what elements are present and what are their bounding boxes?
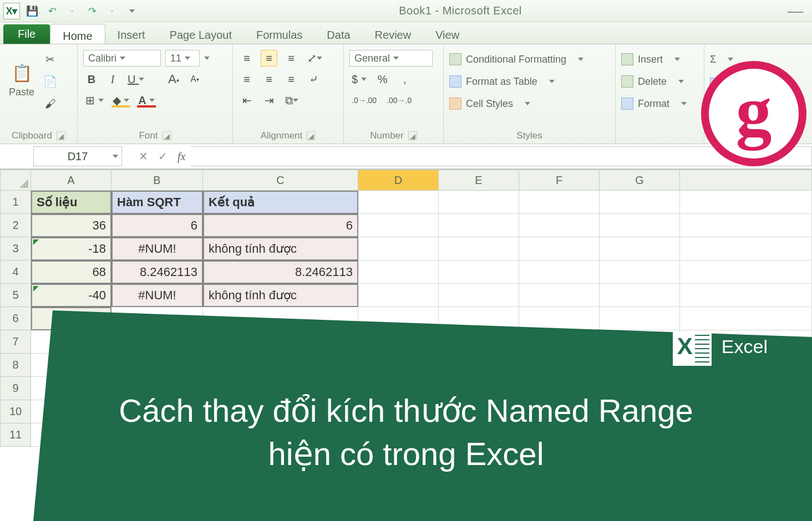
tab-review[interactable]: Review <box>363 22 424 44</box>
cell-B3[interactable]: #NUM! <box>111 237 203 260</box>
format-painter-icon[interactable]: 🖌 <box>41 95 59 112</box>
row-header-5[interactable]: 5 <box>0 284 31 307</box>
cell-D4[interactable] <box>358 260 439 284</box>
align-right-icon[interactable]: ≡ <box>283 71 300 88</box>
tab-data[interactable]: Data <box>314 22 362 44</box>
row-header-2[interactable]: 2 <box>0 214 31 237</box>
select-all-corner[interactable] <box>0 170 31 191</box>
wrap-text-icon[interactable]: ⤶ <box>305 71 322 88</box>
minimize-button[interactable]: — <box>782 2 809 20</box>
cell-E1[interactable] <box>439 191 519 214</box>
cell-rest-1[interactable] <box>680 191 812 214</box>
cell-styles-button[interactable]: Cell Styles <box>449 94 610 113</box>
cell-C5[interactable]: không tính được <box>203 284 358 307</box>
paste-button[interactable]: 📋 Paste <box>6 48 38 112</box>
cell-E4[interactable] <box>439 260 519 284</box>
row-header-11[interactable]: 11 <box>0 423 31 447</box>
align-left-icon[interactable]: ≡ <box>238 71 255 88</box>
borders-button[interactable]: ⊞ <box>83 92 106 109</box>
number-format-select[interactable]: General <box>349 50 433 67</box>
col-header-B[interactable]: B <box>111 170 203 191</box>
cell-rest-3[interactable] <box>680 237 812 260</box>
font-size-dd[interactable] <box>204 57 210 60</box>
col-header-E[interactable]: E <box>439 170 519 191</box>
clipboard-dialog-launcher[interactable]: ◢ <box>57 131 65 140</box>
decrease-indent-icon[interactable]: ⇤ <box>238 92 255 109</box>
cell-D1[interactable] <box>358 191 439 214</box>
cell-B4[interactable]: 8.2462113 <box>111 260 203 284</box>
font-dialog-launcher[interactable]: ◢ <box>163 131 171 140</box>
row-header-4[interactable]: 4 <box>0 260 31 284</box>
cell-B5[interactable]: #NUM! <box>111 284 203 307</box>
cell-G6[interactable] <box>600 307 680 330</box>
cell-F4[interactable] <box>519 260 600 284</box>
conditional-formatting-button[interactable]: Conditional Formatting <box>449 50 610 69</box>
orientation-icon[interactable]: ⤢ <box>305 50 324 67</box>
delete-cells-button[interactable]: Delete <box>621 72 698 91</box>
align-center-icon[interactable]: ≡ <box>261 71 277 88</box>
col-header-A[interactable]: A <box>31 170 111 191</box>
cell-B1[interactable]: Hàm SQRT <box>111 191 203 214</box>
name-box[interactable]: D17 <box>33 146 122 166</box>
col-header-C[interactable]: C <box>203 170 358 191</box>
cell-rest-2[interactable] <box>680 214 812 237</box>
format-as-table-button[interactable]: Format as Table <box>449 72 610 91</box>
merge-center-icon[interactable]: ⧉ <box>283 92 301 109</box>
cell-G5[interactable] <box>600 284 680 307</box>
cell-rest-5[interactable] <box>680 284 812 307</box>
cell-C4[interactable]: 8.2462113 <box>203 260 358 284</box>
copy-icon[interactable]: 📄 <box>41 73 59 90</box>
row-header-3[interactable]: 3 <box>0 237 31 260</box>
row-header-6[interactable]: 6 <box>0 307 31 330</box>
fx-button[interactable]: fx <box>177 150 185 163</box>
tab-insert[interactable]: Insert <box>105 22 158 44</box>
cell-E5[interactable] <box>439 284 519 307</box>
cell-G4[interactable] <box>600 260 680 284</box>
comma-format-button[interactable]: , <box>397 71 413 88</box>
fill-color-button[interactable]: ◆ <box>110 92 132 109</box>
cell-A3[interactable]: -18 <box>31 237 111 260</box>
number-dialog-launcher[interactable]: ◢ <box>408 131 417 140</box>
cell-D5[interactable] <box>358 284 439 307</box>
row-header-10[interactable]: 10 <box>0 400 31 423</box>
percent-format-button[interactable]: % <box>374 71 391 88</box>
cell-D3[interactable] <box>358 237 439 260</box>
cell-F3[interactable] <box>519 237 600 260</box>
excel-app-icon[interactable]: X▾ <box>3 3 20 19</box>
font-color-button[interactable]: A <box>136 92 157 109</box>
underline-button[interactable]: U <box>125 71 146 88</box>
row-header-8[interactable]: 8 <box>0 354 31 377</box>
enter-formula-icon[interactable]: ✓ <box>158 150 168 163</box>
increase-decimal-button[interactable]: .0→.00 <box>349 92 379 109</box>
decrease-decimal-button[interactable]: .00→.0 <box>384 92 414 109</box>
cell-G1[interactable] <box>600 191 680 214</box>
cell-C1[interactable]: Kết quả <box>203 191 358 214</box>
tab-page-layout[interactable]: Page Layout <box>158 22 244 44</box>
col-header-D[interactable]: D <box>358 170 439 191</box>
redo-icon[interactable]: ↷ <box>85 4 99 18</box>
font-name-select[interactable]: Calibri <box>83 50 161 67</box>
cell-A2[interactable]: 36 <box>31 214 111 237</box>
qat-customize-icon[interactable] <box>125 4 139 18</box>
col-header-G[interactable]: G <box>600 170 680 191</box>
shrink-font-button[interactable]: A▾ <box>186 71 203 88</box>
tab-formulas[interactable]: Formulas <box>244 22 314 44</box>
increase-indent-icon[interactable]: ⇥ <box>261 92 277 109</box>
cell-rest-6[interactable] <box>680 307 812 330</box>
tab-home[interactable]: Home <box>50 24 105 44</box>
align-middle-icon[interactable]: ≡ <box>261 50 277 67</box>
italic-button[interactable]: I <box>104 71 121 88</box>
bold-button[interactable]: B <box>83 71 100 88</box>
row-header-7[interactable]: 7 <box>0 330 31 354</box>
cell-A5[interactable]: -40 <box>31 284 111 307</box>
cell-B2[interactable]: 6 <box>111 214 203 237</box>
align-top-icon[interactable]: ≡ <box>238 50 255 67</box>
cell-C3[interactable]: không tính được <box>203 237 358 260</box>
cell-A1[interactable]: Số liệu <box>31 191 111 214</box>
cancel-formula-icon[interactable]: ✕ <box>139 150 148 163</box>
row-header-1[interactable]: 1 <box>0 191 31 214</box>
format-cells-button[interactable]: Format <box>621 94 698 113</box>
tab-file[interactable]: File <box>3 24 50 44</box>
row-header-9[interactable]: 9 <box>0 377 31 400</box>
undo-icon[interactable]: ↶ <box>45 4 59 18</box>
